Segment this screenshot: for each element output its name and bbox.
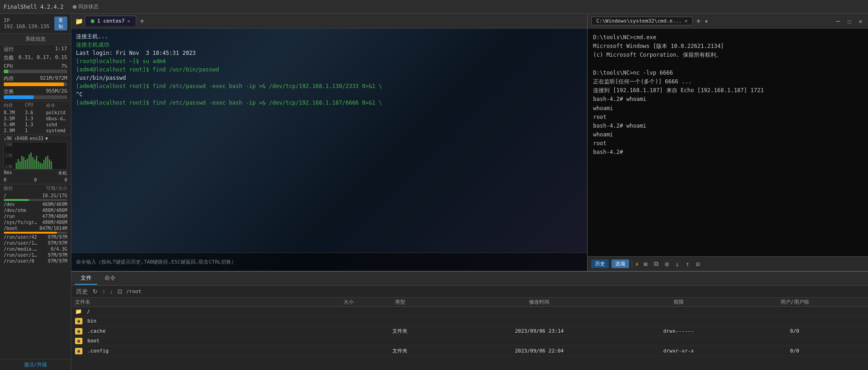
maximize-button[interactable]: ☐ xyxy=(845,18,853,25)
disk-row: /run/media... 0/4.3G xyxy=(0,246,71,252)
network-header: ↓9K ↑840B ens33 ▼ xyxy=(0,135,71,142)
bar xyxy=(29,154,30,169)
file-breadcrumb: /root xyxy=(126,288,141,294)
mem-value: 921M/972M xyxy=(40,75,67,82)
bar xyxy=(47,156,48,169)
disk-row: /dev/shm 486M/486M xyxy=(0,207,71,213)
bar xyxy=(27,159,28,169)
cpu-bar-wrap: CPU 7% xyxy=(0,62,71,74)
disk-header: 路径 可用/大小 xyxy=(0,184,71,193)
file-row-cache[interactable]: ▣ .cache 文件夹 2023/09/06 23:14 drwx------… xyxy=(71,326,868,336)
file-history-button[interactable]: 历史 xyxy=(75,288,89,296)
cmd-line: whoami xyxy=(593,104,862,113)
bar xyxy=(45,157,47,169)
terminal-content: 连接主机... 连接主机成功 Last login: Fri Nov 3 18:… xyxy=(71,29,587,253)
cmd-dropdown-icon[interactable]: ▾ xyxy=(705,18,708,25)
bar xyxy=(25,160,26,169)
bottom-panel: 文件 命令 历史 ↻ ↑ ↓ ⊡ /root 文件名 大小 类型 修改时间 权限… xyxy=(71,271,868,370)
scroll-up-icon[interactable]: ↑ xyxy=(684,259,691,269)
fullscreen-icon[interactable]: ⊡ xyxy=(694,259,701,269)
tab-files[interactable]: 文件 xyxy=(75,272,97,285)
bottom-tab-bar: 文件 命令 xyxy=(71,272,868,286)
file-table: 文件名 大小 类型 修改时间 权限 用户/用户组 📁 / xyxy=(71,298,868,370)
file-toolbar: 历史 ↻ ↑ ↓ ⊡ /root xyxy=(71,286,868,298)
bar xyxy=(34,159,35,169)
bar xyxy=(41,164,43,169)
file-row-root[interactable]: 📁 / xyxy=(71,307,868,317)
terminal-line: /usr/bin/passwd xyxy=(76,74,583,82)
disk-row: /run/user/1... 97M/97M xyxy=(0,240,71,246)
cmd-line: 正在监听[任何一个(多个)] 6666 ... xyxy=(593,77,862,86)
mem-bar-wrap: 内存 921M/972M xyxy=(0,74,71,87)
bar xyxy=(17,159,19,169)
toolbar-separator xyxy=(632,260,632,268)
tab-close-icon[interactable]: ✕ xyxy=(128,18,130,23)
terminal-area[interactable]: 连接主机... 连接主机成功 Last login: Fri Nov 3 18:… xyxy=(71,29,587,271)
process-row: 8.7M 3.6 polkitd xyxy=(0,110,71,116)
cmd-line: bash-4.2# xyxy=(593,148,862,157)
settings-icon[interactable]: ⚙ xyxy=(663,259,670,269)
cmd-tab[interactable]: C:\Windows\system32\cmd.e... ✕ xyxy=(591,17,693,25)
process-row: 5.4M 1.3 sshd xyxy=(0,122,71,128)
terminal-line: [root@localhost ~]$ su adm4 xyxy=(76,57,583,65)
cmd-line: root xyxy=(593,113,862,122)
activate-button[interactable]: 激活/升级 xyxy=(24,362,47,368)
disk-bar xyxy=(4,199,67,201)
cmd-tab-close-icon[interactable]: ✕ xyxy=(684,18,687,24)
terminal-line: [adm4@localhost root]$ find /etc/passwd … xyxy=(76,99,583,107)
graph-labels: 39K 27K 13K xyxy=(5,142,12,169)
folder-icon[interactable]: 📁 xyxy=(75,18,83,25)
copy-icon[interactable]: ⊞ xyxy=(641,259,649,269)
close-button[interactable]: ✕ xyxy=(857,18,864,25)
process-row: 3.5M 1.3 dbus-dae... xyxy=(0,116,71,122)
graph-bars xyxy=(4,142,67,169)
swap-value: 955M/2G xyxy=(46,88,67,95)
mem-progress-bar xyxy=(4,82,67,86)
app-titlebar: FinalShell 4.2.4.2 同步状态 xyxy=(0,0,868,14)
cmd-new-tab-button[interactable]: + xyxy=(696,17,701,25)
scroll-down-icon[interactable]: ↓ xyxy=(673,259,681,269)
folder-icon: ▣ xyxy=(75,318,82,324)
latency-values: 0 0 0 xyxy=(0,177,71,183)
minimize-button[interactable]: ─ xyxy=(834,18,842,25)
file-download-button[interactable]: ↓ xyxy=(109,288,114,295)
copy-ip-button[interactable]: 复制 xyxy=(54,17,67,30)
file-view-button[interactable]: ⊡ xyxy=(117,288,123,295)
cmd-terminal-content: D:\tools\NC>cmd.exe Microsoft Windows [版… xyxy=(588,29,868,256)
bar xyxy=(43,160,45,169)
cmd-line: Microsoft Windows [版本 10.0.22621.2134] xyxy=(593,42,862,51)
disk-row: /run/user/0 97M/97M xyxy=(0,258,71,264)
cmd-titlebar: C:\Windows\system32\cmd.e... ✕ + ▾ ─ ☐ ✕ xyxy=(588,14,868,29)
file-table-header: 文件名 大小 类型 修改时间 权限 用户/用户组 xyxy=(71,298,868,307)
cmd-line: root xyxy=(593,139,862,148)
swap-bar-wrap: 交换 955M/2G xyxy=(0,87,71,100)
mem-label: 内存 xyxy=(4,75,14,82)
lightning-icon[interactable]: ⚡ xyxy=(635,260,639,268)
file-row-boot[interactable]: ▣ boot xyxy=(71,336,868,346)
proc-header-mem: 内存 xyxy=(4,102,25,109)
proc-header-cmd: 命令 xyxy=(46,102,67,109)
bar xyxy=(36,156,37,169)
file-refresh-button[interactable]: ↻ xyxy=(92,288,99,295)
terminal-input-bar[interactable]: 命令输入（按ALT键提示历史,TAB键路径,ESC键返回,双击CTRL切换） xyxy=(71,253,587,271)
cmd-line: bash-4.2# whoami xyxy=(593,95,862,104)
swap-progress-bar xyxy=(4,95,67,99)
file-row-bin[interactable]: ▣ bin xyxy=(71,317,868,326)
net-down: ↓9K xyxy=(4,136,12,141)
sync-dot xyxy=(73,5,76,9)
options-button[interactable]: 选项 xyxy=(612,259,629,268)
file-row-config[interactable]: ▣ .config 文件夹 2023/09/06 22:04 drwxr-xr-… xyxy=(71,346,868,356)
file-upload-button[interactable]: ↑ xyxy=(101,288,106,295)
uptime-value: 1:17 xyxy=(55,46,68,53)
history-button[interactable]: 历史 xyxy=(591,259,609,268)
terminal-tab-centos7[interactable]: 1 centos7 ✕ xyxy=(85,16,136,26)
disk-section: 路径 可用/大小 / 10.2G/17G /dev 469M/469M /dev… xyxy=(0,184,71,264)
cmd-window: C:\Windows\system32\cmd.e... ✕ + ▾ ─ ☐ ✕… xyxy=(587,14,868,271)
paste-icon[interactable]: ⧉ xyxy=(652,259,660,269)
new-tab-button[interactable]: + xyxy=(138,17,146,25)
process-row: 2.9M 1 systemd xyxy=(0,128,71,134)
tab-commands[interactable]: 命令 xyxy=(99,272,121,285)
net-expand-icon[interactable]: ▼ xyxy=(45,136,48,141)
bar xyxy=(51,161,52,169)
network-graph: 39K 27K 13K xyxy=(4,142,67,170)
